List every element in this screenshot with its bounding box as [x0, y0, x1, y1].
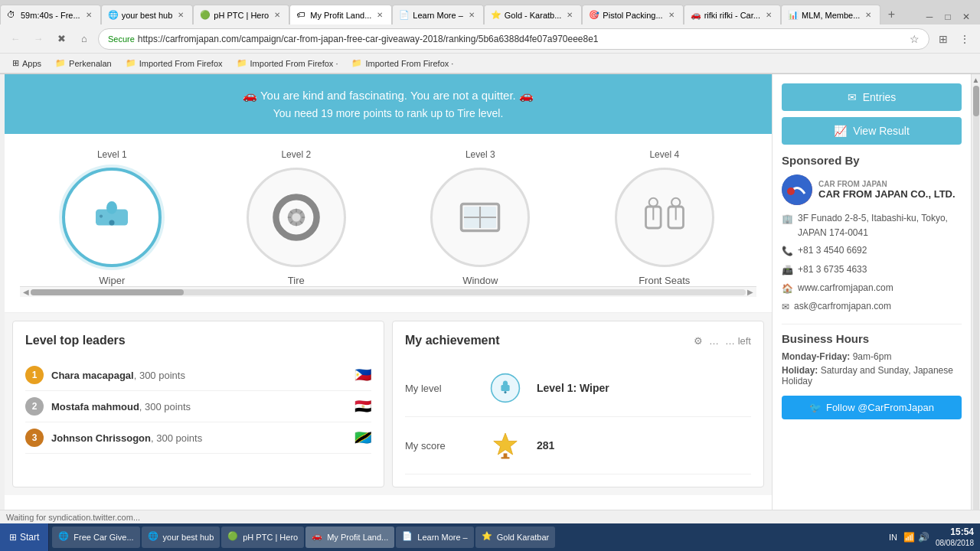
taskbar-item[interactable]: 🌐 Free Car Give...	[52, 527, 139, 548]
achievement-title: My achievement	[405, 334, 500, 347]
tab-close-icon[interactable]: ✕	[175, 10, 186, 21]
tab-9[interactable]: 📊 MLM, Membe... ✕	[781, 5, 880, 24]
tab-8[interactable]: 🚗 rifki rifki - Car... ✕	[684, 5, 781, 24]
content-area: 🚗 You are kind and fascinating. You are …	[0, 74, 980, 551]
bookmark-perkenalan[interactable]: 📁 Perkenalan	[49, 57, 118, 70]
tab-favicon: 🏷	[296, 10, 307, 21]
lang-indicator: IN	[889, 533, 897, 542]
svg-point-3	[100, 215, 103, 218]
banner-text: You are kind and fascinating. You are no…	[260, 89, 516, 102]
tab-close-icon[interactable]: ✕	[466, 10, 477, 21]
tab-favicon: 🟢	[200, 10, 211, 21]
bookmark-imported-from-firefox-·[interactable]: 📁 Imported From Firefox ·	[345, 57, 459, 70]
view-result-label: View Result	[853, 125, 910, 137]
taskbar-item-icon: 🚗	[312, 531, 324, 543]
taskbar-item[interactable]: 🌐 your best hub	[142, 527, 220, 548]
scroll-left-arrow[interactable]: ◀	[21, 288, 31, 296]
tab-favicon: 📄	[399, 10, 410, 21]
scroll-up-button[interactable]: ▲	[972, 76, 980, 84]
bookmark-imported-from-firefox-·[interactable]: 📁 Imported From Firefox ·	[230, 57, 345, 70]
bookmark-apps[interactable]: ⊞ Apps	[6, 57, 47, 70]
tab-1[interactable]: ⏱ 59m:40s - Fre... ✕	[0, 5, 101, 24]
taskbar-item[interactable]: 🟢 pH PTC | Hero	[221, 527, 304, 548]
taskbar-item[interactable]: 🚗 My Profit Land...	[305, 527, 394, 548]
level-circle	[615, 168, 714, 267]
phone-icon: 📞	[782, 244, 793, 259]
clock-time: 15:54	[936, 527, 974, 539]
vertical-scroll-track[interactable]	[973, 86, 979, 540]
horizontal-scrollbar[interactable]: ◀ ▶	[20, 286, 756, 297]
tab-close-icon[interactable]: ✕	[863, 10, 874, 21]
scroll-right-arrow[interactable]: ▶	[746, 288, 755, 296]
url-bar[interactable]: Secure https://carfromjapan.com/campaign…	[98, 28, 929, 50]
leader-rank: 2	[25, 397, 44, 416]
svg-point-21	[648, 198, 657, 207]
scroll-track[interactable]	[31, 289, 746, 295]
email-icon: ✉	[782, 300, 789, 315]
taskbar-items: 🌐 Free Car Give...🌐 your best hub🟢 pH PT…	[49, 525, 883, 549]
achievement-panel: My achievement ⚙ … … left My level	[392, 321, 764, 487]
taskbar-item[interactable]: ⭐ Gold Karatbar	[475, 527, 555, 548]
leaders-list: 1 Chara macapagal, 300 points 🇵🇭2 Mostaf…	[25, 360, 371, 454]
level-circle	[430, 168, 530, 267]
minimize-button[interactable]: ─	[922, 9, 937, 24]
blue-banner: 🚗 You are kind and fascinating. You are …	[5, 74, 772, 134]
tab-close-icon[interactable]: ✕	[763, 10, 774, 21]
back-button[interactable]: ←	[6, 30, 24, 48]
forward-button[interactable]: →	[29, 30, 47, 48]
chart-icon: 📈	[834, 125, 847, 137]
taskbar-right: IN 📶 🔊 15:54 08/08/2018	[883, 527, 980, 549]
tab-close-icon[interactable]: ✕	[83, 10, 94, 21]
tab-2[interactable]: 🌐 your best hub ✕	[101, 5, 194, 24]
sponsor-fax-row: 📠 +81 3 6735 4633	[782, 262, 962, 278]
tab-close-icon[interactable]: ✕	[564, 10, 575, 21]
bookmark-imported-from-firefox[interactable]: 📁 Imported From Firefox	[119, 57, 229, 70]
sponsor-web-row: 🏠 www.carfromjapan.com	[782, 281, 962, 296]
settings-gear-icon[interactable]: ⚙	[694, 335, 703, 347]
tab-close-icon[interactable]: ✕	[666, 10, 677, 21]
car-icon-left: 🚗	[243, 89, 257, 102]
sponsor-email-row: ✉ ask@carfromjapan.com	[782, 299, 962, 315]
svg-point-33	[787, 187, 795, 195]
tab-favicon: ⭐	[491, 10, 501, 21]
banner-message: 🚗 You are kind and fascinating. You are …	[17, 86, 760, 105]
start-button[interactable]: ⊞ Start	[0, 523, 49, 551]
maximize-button[interactable]: □	[940, 9, 956, 24]
achievement-settings[interactable]: ⚙ … … left	[694, 335, 751, 347]
scroll-thumb[interactable]	[31, 289, 184, 295]
tab-close-icon[interactable]: ✕	[374, 10, 385, 21]
settings-left-text: … left	[725, 335, 751, 347]
right-scrollbar[interactable]: ▲ ▼	[971, 74, 980, 551]
menu-icon[interactable]: ⋮	[956, 30, 974, 48]
bh-weekday-value: 9am-6pm	[853, 351, 892, 362]
entries-button[interactable]: ✉ Entries	[782, 83, 962, 111]
taskbar-item[interactable]: 📄 Learn More –	[396, 527, 473, 548]
page-content: 🚗 You are kind and fascinating. You are …	[5, 74, 772, 551]
bookmark-star-icon[interactable]: ☆	[910, 33, 920, 45]
add-tab-button[interactable]: +	[880, 5, 902, 24]
close-window-button[interactable]: ✕	[959, 9, 974, 24]
tab-favicon: 🌐	[108, 10, 119, 21]
tab-7[interactable]: 🎯 Pistol Packing... ✕	[582, 5, 683, 24]
sponsor-phone: +81 3 4540 6692	[798, 243, 867, 258]
tab-4[interactable]: 🏷 My Profit Land... ✕	[289, 5, 392, 24]
level-label: Level 4	[649, 149, 679, 160]
tab-title: pH PTC | Hero	[214, 11, 269, 20]
level-item-3: Level 3 Window	[430, 149, 530, 286]
view-result-button[interactable]: 📈 View Result	[782, 117, 962, 145]
vertical-scroll-thumb[interactable]	[973, 86, 979, 116]
reload-button[interactable]: ✖	[52, 30, 70, 48]
volume-icon: 🔊	[918, 532, 929, 543]
twitter-follow-button[interactable]: 🐦 Follow @CarFromJapan	[782, 396, 962, 419]
home-button[interactable]: ⌂	[75, 30, 93, 48]
extensions-icon[interactable]: ⊞	[934, 30, 952, 48]
taskbar-item-label: your best hub	[163, 533, 214, 542]
tab-5[interactable]: 📄 Learn More – ✕	[392, 5, 483, 24]
tab-title: Pistol Packing...	[603, 11, 662, 20]
tab-3[interactable]: 🟢 pH PTC | Hero ✕	[193, 5, 289, 24]
sponsored-by-title: Sponsored By	[782, 154, 962, 167]
tab-close-icon[interactable]: ✕	[272, 10, 283, 21]
level-name: Tire	[288, 275, 305, 286]
tab-6[interactable]: ⭐ Gold - Karatb... ✕	[484, 5, 583, 24]
windows-icon: ⊞	[9, 532, 17, 543]
